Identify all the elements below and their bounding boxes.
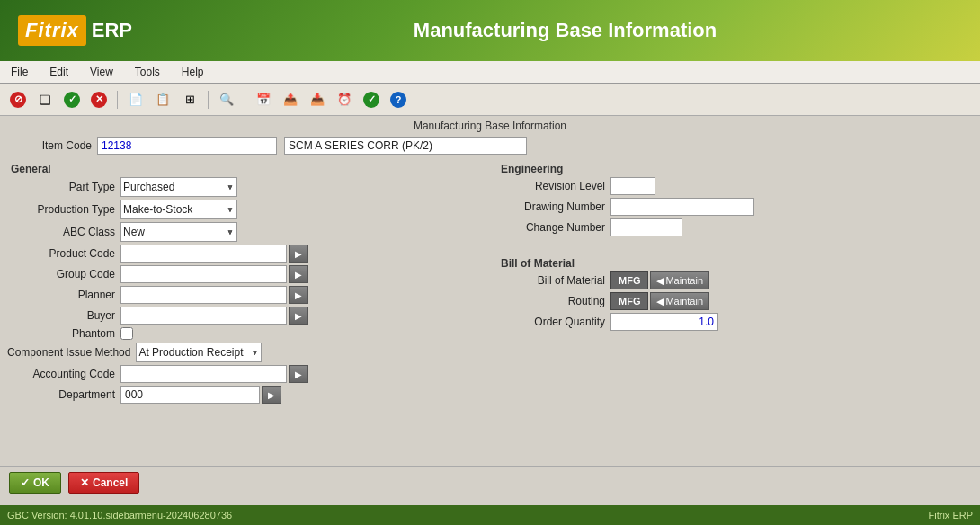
department-input[interactable] <box>120 386 260 404</box>
stop-button[interactable]: ⊘ <box>7 89 29 111</box>
planner-browse-button[interactable]: ▶ <box>289 286 308 304</box>
item-code-input[interactable] <box>97 137 277 155</box>
buyer-input[interactable] <box>120 307 287 325</box>
doc2-icon: 📋 <box>156 93 170 106</box>
form-title: Manufacturing Base Information <box>0 116 980 134</box>
engineering-section-label: Engineering <box>501 159 973 177</box>
status-right: Fitrix ERP <box>929 510 974 521</box>
accounting-code-input[interactable] <box>120 365 287 383</box>
item-desc-input[interactable] <box>284 137 527 155</box>
order-qty-row: Order Quantity <box>497 313 973 331</box>
copy-button[interactable]: ❑ <box>34 89 56 111</box>
production-type-wrapper: Make-to-Stock Make-to-Order ▼ <box>120 200 237 219</box>
form-area: Manufacturing Base Information Item Code… <box>0 116 980 521</box>
accounting-code-browse-button[interactable]: ▶ <box>289 365 308 383</box>
drawing-number-row: Drawing Number <box>497 198 973 216</box>
production-type-select[interactable]: Make-to-Stock Make-to-Order <box>120 200 237 219</box>
abc-class-row: ABC Class New A B C ▼ <box>7 222 483 242</box>
routing-maintain-button[interactable]: ◀ Maintain <box>650 292 709 310</box>
department-row: Department ▶ <box>7 386 483 404</box>
accounting-code-label: Accounting Code <box>7 368 115 380</box>
bom-mfg-button[interactable]: MFG <box>610 271 648 289</box>
component-issue-label: Component Issue Method <box>7 346 130 359</box>
product-code-label: Product Code <box>7 247 115 260</box>
two-column-layout: General Part Type Purchased Manufactured… <box>0 159 980 406</box>
search-button[interactable]: 🔍 <box>216 89 237 111</box>
planner-input[interactable] <box>120 286 287 304</box>
grid-button[interactable]: ⊞ <box>179 89 200 111</box>
change-number-label: Change Number <box>497 221 605 234</box>
part-type-label: Part Type <box>7 181 115 193</box>
toolbar-sep3 <box>245 91 245 109</box>
doc2-button[interactable]: 📋 <box>152 89 174 111</box>
part-type-select[interactable]: Purchased Manufactured Phantom <box>120 177 237 197</box>
calendar-button[interactable]: 📅 <box>253 89 274 111</box>
department-label: Department <box>7 388 115 401</box>
change-number-row: Change Number <box>497 218 973 236</box>
accounting-code-row: Accounting Code ▶ <box>7 365 483 383</box>
part-type-row: Part Type Purchased Manufactured Phantom… <box>7 177 483 197</box>
browse-icon5: ▶ <box>295 369 302 379</box>
ok-button[interactable]: ✓ OK <box>9 472 61 494</box>
group-code-input[interactable] <box>120 265 287 283</box>
menu-view[interactable]: View <box>86 64 117 80</box>
check-button[interactable]: ✓ <box>61 89 83 111</box>
product-code-browse-button[interactable]: ▶ <box>289 245 308 262</box>
order-qty-input[interactable] <box>610 313 718 331</box>
menu-help[interactable]: Help <box>178 64 208 80</box>
browse-icon2: ▶ <box>295 270 302 280</box>
logo-box: Fitrix <box>18 15 86 46</box>
toolbar-sep2 <box>208 91 209 109</box>
group-code-label: Group Code <box>7 268 115 280</box>
help-button[interactable]: ? <box>388 89 409 111</box>
status-bar: GBC Version: 4.01.10.sidebarmenu-2024062… <box>0 505 980 525</box>
doc-button[interactable]: 📄 <box>125 89 147 111</box>
revision-level-input[interactable] <box>610 177 655 195</box>
calendar-icon: 📅 <box>256 93 271 106</box>
left-column: General Part Type Purchased Manufactured… <box>0 159 490 406</box>
upload-button[interactable]: 📤 <box>280 89 301 111</box>
general-section-label: General <box>11 159 483 177</box>
order-qty-label: Order Quantity <box>497 316 605 328</box>
clock-button[interactable]: ⏰ <box>334 89 355 111</box>
check-icon: ✓ <box>64 92 80 108</box>
phantom-label: Phantom <box>7 327 115 340</box>
product-code-input[interactable] <box>120 245 287 262</box>
search-icon: 🔍 <box>219 93 234 106</box>
download-icon: 📥 <box>310 93 325 106</box>
browse-icon4: ▶ <box>295 311 302 321</box>
status-left: GBC Version: 4.01.10.sidebarmenu-2024062… <box>7 510 232 521</box>
item-code-label: Item Code <box>11 139 92 152</box>
grid-icon: ⊞ <box>185 93 195 106</box>
drawing-number-input[interactable] <box>610 198 754 216</box>
x-button[interactable]: ✕ <box>88 89 110 111</box>
group-code-browse-button[interactable]: ▶ <box>289 265 308 283</box>
clock-icon: ⏰ <box>337 93 352 106</box>
revision-level-label: Revision Level <box>497 180 605 192</box>
menu-file[interactable]: File <box>7 64 31 80</box>
check2-icon: ✓ <box>363 92 379 108</box>
browse-icon3: ▶ <box>295 290 302 300</box>
toolbar: ⊘ ❑ ✓ ✕ 📄 📋 ⊞ 🔍 📅 📤 📥 ⏰ ✓ ? <box>0 84 980 116</box>
header-title: Manufacturing Base Information <box>168 19 962 42</box>
cancel-button[interactable]: ✕ Cancel <box>68 472 139 494</box>
download-button[interactable]: 📥 <box>307 89 328 111</box>
doc-icon: 📄 <box>129 93 143 106</box>
phantom-checkbox[interactable] <box>120 327 133 340</box>
abc-class-select[interactable]: New A B C <box>120 222 237 242</box>
maintain-icon1: ◀ <box>656 275 664 287</box>
bom-maintain-button[interactable]: ◀ Maintain <box>650 271 709 289</box>
component-issue-select[interactable]: At Production Receipt At Production Star… <box>136 343 262 362</box>
menu-tools[interactable]: Tools <box>131 64 164 80</box>
department-browse-button[interactable]: ▶ <box>262 386 281 404</box>
upload-icon: 📤 <box>283 93 298 106</box>
check2-button[interactable]: ✓ <box>361 89 382 111</box>
change-number-input[interactable] <box>610 218 682 236</box>
logo: Fitrix ERP <box>18 15 132 46</box>
routing-label: Routing <box>497 295 605 307</box>
component-issue-row: Component Issue Method At Production Rec… <box>7 343 483 362</box>
bom-row: Bill of Material MFG ◀ Maintain <box>497 271 973 289</box>
menu-edit[interactable]: Edit <box>46 64 72 80</box>
buyer-browse-button[interactable]: ▶ <box>289 307 308 325</box>
routing-mfg-button[interactable]: MFG <box>610 292 648 310</box>
